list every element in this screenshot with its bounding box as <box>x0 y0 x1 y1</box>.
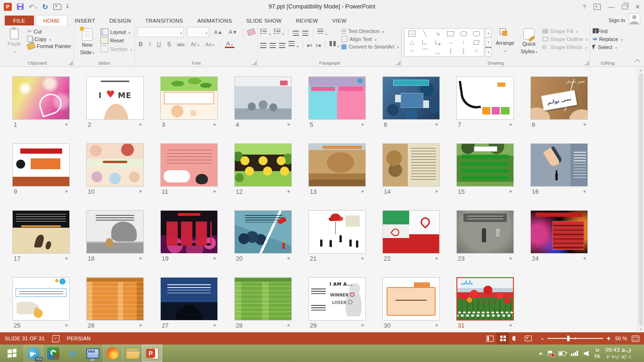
slide-thumbnail-3[interactable] <box>160 76 218 120</box>
shapes-scroll-down-icon[interactable]: ▾ <box>485 38 492 47</box>
slide-thumbnail-1[interactable] <box>12 76 70 120</box>
slide-thumbnail-27[interactable] <box>160 277 218 321</box>
font-size-combo[interactable]: ▾ <box>187 27 209 37</box>
shape-fill-button[interactable]: Shape Fill▾ <box>542 28 587 34</box>
language-switcher[interactable]: فاFA <box>594 347 600 360</box>
grow-font-icon[interactable]: A▲ <box>213 29 224 35</box>
find-button[interactable]: Find <box>593 28 622 34</box>
slide-thumbnail-18[interactable] <box>86 210 144 254</box>
help-icon[interactable]: ? <box>583 3 586 10</box>
slide-thumbnail-25[interactable] <box>12 277 70 321</box>
save-icon[interactable] <box>17 3 24 10</box>
line-spacing-icon[interactable]: ▾ <box>317 29 327 37</box>
shape-rrect-icon[interactable] <box>473 31 480 36</box>
volume-icon[interactable] <box>584 351 589 356</box>
cut-button[interactable]: ✂Cut <box>27 28 71 34</box>
new-slide-button[interactable]: New Slide▾ <box>76 27 98 59</box>
ribbon-display-options-icon[interactable] <box>594 4 601 10</box>
slide-thumbnail-11[interactable] <box>160 143 218 187</box>
scroll-up-icon[interactable]: ▴ <box>640 67 642 73</box>
slide-show-button[interactable] <box>522 332 535 345</box>
zoom-slider-thumb[interactable] <box>567 336 570 341</box>
slide-thumbnail-17[interactable] <box>12 210 70 254</box>
show-hidden-icons-icon[interactable] <box>539 352 543 354</box>
left-to-right-icon[interactable]: ▶¶ <box>307 43 312 48</box>
zoom-level[interactable]: 50 % <box>615 336 627 341</box>
shape-tri-icon[interactable]: △ <box>408 39 415 45</box>
slide-thumbnail-24[interactable] <box>530 210 588 254</box>
taskbar-telegram[interactable]: 723 <box>24 345 43 362</box>
change-case-icon[interactable]: Aa▾ <box>204 41 216 47</box>
numbering-icon[interactable]: ▾ <box>274 29 284 37</box>
slide-thumbnail-15[interactable] <box>456 143 514 187</box>
paragraph-dialog-launcher[interactable] <box>396 61 400 65</box>
slide-thumbnail-16[interactable] <box>530 143 588 187</box>
shape-rect-icon[interactable] <box>447 31 454 36</box>
font-color-icon[interactable]: A▾ <box>225 41 234 48</box>
slide-thumbnail-14[interactable] <box>382 143 440 187</box>
justify-icon[interactable]: ▾ <box>289 41 298 49</box>
align-left-icon[interactable] <box>260 43 266 48</box>
slide-thumbnail-8[interactable]: نمی توانمتغییر نگرش <box>530 76 588 120</box>
shape-line-icon[interactable]: ╲ <box>421 31 429 37</box>
shape-elbow-icon[interactable] <box>422 40 427 44</box>
bullets-icon[interactable]: ▾ <box>260 29 271 37</box>
align-center-icon[interactable] <box>270 43 276 48</box>
shape-darrow-icon[interactable]: ↓ <box>460 39 467 45</box>
slide-thumbnail-22[interactable] <box>382 210 440 254</box>
shapes-scroll-up-icon[interactable]: ▴ <box>485 28 492 37</box>
sign-in-link[interactable]: Sign in <box>609 17 625 23</box>
fit-slide-to-window-icon[interactable] <box>632 336 639 342</box>
shape-scrib-icon[interactable]: ~ <box>408 48 415 54</box>
avatar[interactable] <box>629 13 640 25</box>
italic-icon[interactable]: I <box>148 41 152 48</box>
slide-thumbnail-4[interactable] <box>234 76 292 120</box>
shape-curve-icon[interactable] <box>434 49 441 54</box>
tab-slide-show[interactable]: SLIDE SHOW <box>239 16 289 25</box>
slide-thumbnail-10[interactable] <box>86 143 144 187</box>
arrange-button[interactable]: Arrange▾ <box>494 27 516 59</box>
copy-button[interactable]: Copy▾ <box>27 36 71 42</box>
clock[interactable]: ق.ظ 09:43۲۰۲۱/۰۷/۰۱ <box>605 346 633 360</box>
decrease-indent-icon[interactable] <box>293 31 299 36</box>
scrollbar-thumb[interactable] <box>639 74 643 326</box>
underline-icon[interactable]: U <box>156 41 163 48</box>
slide-thumbnail-12[interactable] <box>234 143 292 187</box>
taskbar-powerpoint[interactable]: P <box>142 345 162 362</box>
character-spacing-icon[interactable]: AV▾ <box>189 42 200 47</box>
shape-star6-icon[interactable]: ☆ <box>473 48 480 54</box>
taskbar-remote-desktop[interactable] <box>83 345 103 362</box>
action-center-icon[interactable] <box>548 351 553 356</box>
slide-thumbnail-23[interactable] <box>456 210 514 254</box>
slide-thumbnail-2[interactable]: I♥ME <box>86 76 144 120</box>
slide-thumbnail-5[interactable] <box>308 76 366 120</box>
tab-transitions[interactable]: TRANSITIONS <box>138 16 190 25</box>
quick-styles-button[interactable]: Quick Styles▾ <box>518 27 540 59</box>
scroll-down-icon[interactable]: ▾ <box>640 326 642 332</box>
shrink-font-icon[interactable]: A▼ <box>227 29 239 35</box>
clipboard-dialog-launcher[interactable] <box>68 61 73 65</box>
slide-thumbnail-7[interactable] <box>456 76 514 120</box>
shape-arrow-icon[interactable]: ↘ <box>434 31 441 37</box>
tab-home[interactable]: HOME <box>36 15 68 25</box>
shapes-more-icon[interactable]: ▾ <box>485 47 492 57</box>
drawing-dialog-launcher[interactable] <box>585 61 589 65</box>
start-button[interactable] <box>0 345 24 362</box>
tab-review[interactable]: REVIEW <box>289 16 325 25</box>
slide-thumbnail-30[interactable] <box>382 277 440 321</box>
shape-rbrace-icon[interactable]: } <box>460 48 467 54</box>
align-right-icon[interactable] <box>279 43 285 48</box>
shape-elbowarr-icon[interactable] <box>435 40 440 44</box>
tab-view[interactable]: VIEW <box>325 16 354 25</box>
slide-thumbnail-20[interactable] <box>234 210 292 254</box>
text-direction-button[interactable]: Text Direction▾ <box>341 28 399 34</box>
tab-insert[interactable]: INSERT <box>67 16 102 25</box>
language-indicator[interactable]: PERSIAN <box>67 336 91 341</box>
restore-icon[interactable] <box>622 5 627 9</box>
slide-thumbnail-26[interactable] <box>86 277 144 321</box>
columns-icon[interactable]: ▾ <box>330 41 339 49</box>
undo-icon[interactable]: ↶▾ <box>29 3 37 10</box>
text-shadow-icon[interactable]: S <box>165 41 172 48</box>
shape-outline-button[interactable]: Shape Outline▾ <box>542 36 587 42</box>
spell-check-icon[interactable]: ✓ <box>52 335 60 342</box>
